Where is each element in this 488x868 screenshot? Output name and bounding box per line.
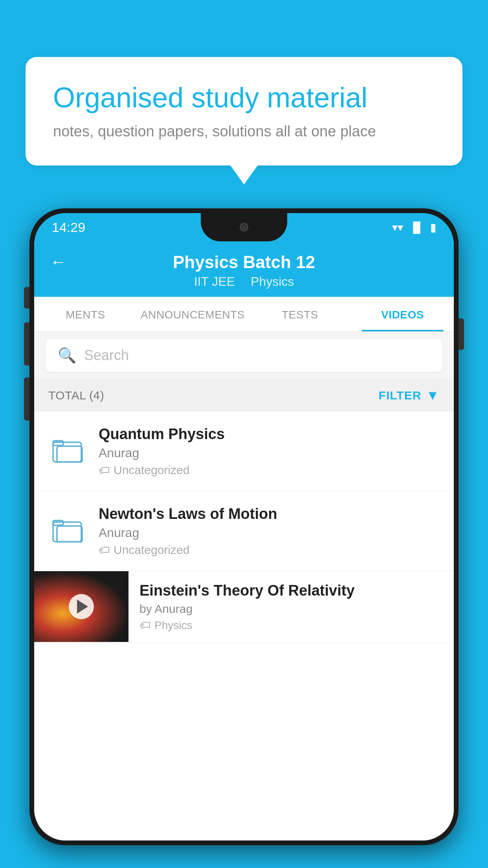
item-author: Anurag xyxy=(99,446,440,460)
play-button[interactable] xyxy=(69,594,94,619)
item-info: Newton's Laws of Motion Anurag 🏷 Uncateg… xyxy=(99,506,440,557)
filter-row: TOTAL (4) FILTER ▼ xyxy=(34,379,454,412)
item-title: Newton's Laws of Motion xyxy=(99,506,440,522)
item-icon-wrap xyxy=(48,508,88,547)
phone-inner: 14:29 ▾▾ ▐▌ ▮ ← Physics Batch 12 xyxy=(34,213,454,840)
speech-bubble-wrapper: Organised study material notes, question… xyxy=(26,57,462,166)
list-item-thumb[interactable]: Einstein's Theory Of Relativity by Anura… xyxy=(34,571,454,643)
item-title: Quantum Physics xyxy=(99,426,440,443)
side-button-left-1 xyxy=(24,287,29,309)
speech-bubble: Organised study material notes, question… xyxy=(26,57,462,166)
header-title: Physics Batch 12 xyxy=(173,252,315,272)
phone-screen: ← Physics Batch 12 IIT JEE Physics MENTS… xyxy=(34,241,454,840)
item-tag: 🏷 Uncategorized xyxy=(99,543,440,557)
content-list: Quantum Physics Anurag 🏷 Uncategorized xyxy=(34,412,454,840)
battery-icon: ▮ xyxy=(430,221,436,234)
tab-ments[interactable]: MENTS xyxy=(34,297,137,331)
app-header: ← Physics Batch 12 IIT JEE Physics xyxy=(34,241,454,297)
phone-wrapper: 14:29 ▾▾ ▐▌ ▮ ← Physics Batch 12 xyxy=(29,208,459,868)
tag-icon: 🏷 xyxy=(139,619,150,632)
search-input[interactable]: Search xyxy=(84,347,129,364)
side-button-left-2 xyxy=(24,322,29,366)
search-bar-wrapper: 🔍 Search xyxy=(34,332,454,379)
item-icon-wrap xyxy=(48,428,88,467)
search-bar[interactable]: 🔍 Search xyxy=(46,339,442,372)
play-triangle-icon xyxy=(77,600,88,614)
tag-label: Physics xyxy=(154,619,192,632)
signal-icon: ▐▌ xyxy=(409,221,424,234)
filter-icon: ▼ xyxy=(426,388,440,403)
status-bar: 14:29 ▾▾ ▐▌ ▮ xyxy=(34,213,454,241)
tag-icon: 🏷 xyxy=(99,544,110,557)
tab-tests[interactable]: TESTS xyxy=(249,297,351,331)
notch xyxy=(201,213,287,241)
filter-button[interactable]: FILTER ▼ xyxy=(379,388,440,403)
bubble-subtitle: notes, question papers, solutions all at… xyxy=(53,123,435,140)
list-item[interactable]: Quantum Physics Anurag 🏷 Uncategorized xyxy=(34,412,454,491)
list-item[interactable]: Newton's Laws of Motion Anurag 🏷 Uncateg… xyxy=(34,491,454,571)
header-breadcrumb: IIT JEE Physics xyxy=(194,274,294,289)
svg-rect-2 xyxy=(57,446,82,463)
tag-icon: 🏷 xyxy=(99,464,110,477)
item-author: by Anurag xyxy=(139,602,443,616)
item-title: Einstein's Theory Of Relativity xyxy=(139,582,443,599)
item-info: Quantum Physics Anurag 🏷 Uncategorized xyxy=(99,426,440,477)
back-button[interactable]: ← xyxy=(50,252,66,271)
phone-outer: 14:29 ▾▾ ▐▌ ▮ ← Physics Batch 12 xyxy=(29,208,459,845)
status-time: 14:29 xyxy=(52,220,85,235)
status-icons: ▾▾ ▐▌ ▮ xyxy=(392,221,436,234)
tag-label: Uncategorized xyxy=(114,463,189,477)
folder-icon xyxy=(52,435,84,461)
thumbnail-wrap xyxy=(34,571,128,642)
svg-rect-5 xyxy=(57,526,82,542)
camera-dot xyxy=(240,223,248,232)
tabs-bar: MENTS ANNOUNCEMENTS TESTS VIDEOS xyxy=(34,297,454,332)
wifi-icon: ▾▾ xyxy=(392,221,403,234)
tab-videos[interactable]: VIDEOS xyxy=(351,297,454,331)
folder-icon xyxy=(52,515,84,541)
item-tag: 🏷 Uncategorized xyxy=(99,463,440,477)
bubble-title: Organised study material xyxy=(53,81,435,114)
filter-label: FILTER xyxy=(379,389,422,402)
item-tag: 🏷 Physics xyxy=(139,619,443,632)
thumb-info: Einstein's Theory Of Relativity by Anura… xyxy=(128,571,454,643)
tab-announcements[interactable]: ANNOUNCEMENTS xyxy=(137,297,249,331)
side-button-right xyxy=(459,318,464,350)
search-icon: 🔍 xyxy=(58,347,76,364)
side-button-left-3 xyxy=(24,377,29,421)
total-label: TOTAL (4) xyxy=(48,389,104,402)
tag-label: Uncategorized xyxy=(114,543,189,557)
breadcrumb-2: Physics xyxy=(251,274,294,289)
breadcrumb-1: IIT JEE xyxy=(194,274,235,289)
item-author: Anurag xyxy=(99,526,440,540)
